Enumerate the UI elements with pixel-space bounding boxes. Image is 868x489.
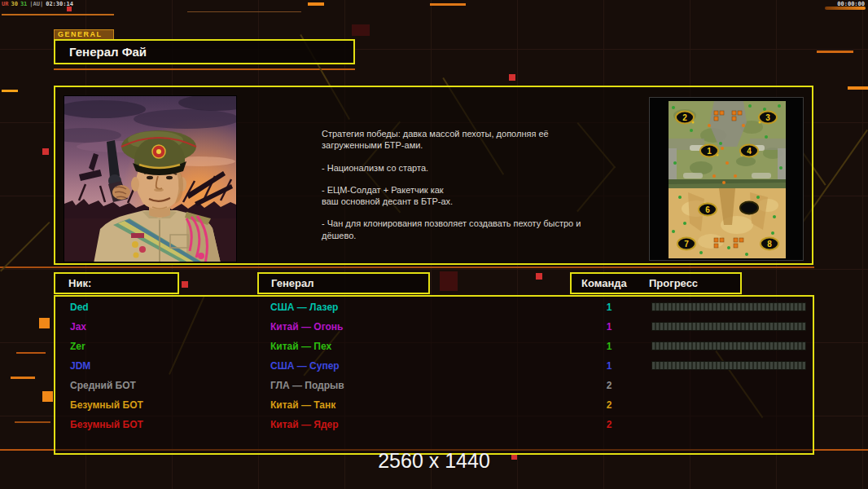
match-timer: 00:00:00	[837, 1, 865, 7]
decor-dark-red-block	[440, 271, 458, 291]
page-title: Генерал Фай	[55, 41, 353, 63]
briefing-paragraph: - Чан для клонирования позволяет создава…	[322, 218, 590, 241]
progress-bar	[651, 341, 806, 350]
map-terrain-image	[669, 101, 786, 258]
decor-red-square	[182, 281, 188, 288]
general-title-box: Генерал Фай	[54, 39, 355, 64]
decor-red-square	[509, 74, 515, 81]
progress-bar	[651, 361, 806, 370]
player-team: 1	[598, 297, 620, 317]
briefing-paragraph: Стратегия победы: давка массой пехоты, д…	[322, 128, 590, 152]
general-portrait	[64, 95, 237, 262]
table-row: Безумный БОТ Китай — Танк 2	[55, 395, 813, 415]
strategy-briefing: Стратегия победы: давка массой пехоты, д…	[322, 128, 590, 252]
map-start-marker: 2	[675, 111, 695, 125]
player-general: США — Супер	[270, 356, 482, 376]
decor-dash	[430, 3, 466, 6]
table-row: Ded США — Лазер 1	[55, 297, 813, 317]
player-nick: Zer	[70, 337, 249, 356]
decor-dash	[2, 90, 18, 92]
player-general: Китай — Огонь	[270, 317, 482, 337]
map-start-marker-blank	[739, 201, 759, 215]
player-general: Китай — Пех	[270, 337, 482, 356]
player-team: 1	[598, 317, 620, 337]
decor-dash	[817, 51, 853, 53]
player-team: 2	[598, 415, 620, 434]
player-general: США — Лазер	[270, 297, 482, 317]
map-terrain: 2 3 1 4 6 7 8	[669, 101, 786, 258]
decor-line	[187, 11, 301, 12]
status-segment: 02:30:14	[46, 1, 73, 7]
map-start-marker: 7	[677, 237, 696, 251]
decor-diagonal	[0, 222, 50, 272]
map-preview: 2 3 1 4 6 7 8	[649, 97, 804, 261]
status-segment: 30	[11, 1, 17, 7]
decor-dash	[848, 86, 868, 90]
player-team: 1	[598, 356, 620, 376]
player-nick: Безумный БОТ	[70, 395, 249, 415]
progress-bar	[651, 322, 806, 331]
decor-line	[54, 68, 355, 70]
general-portrait-image	[64, 96, 237, 262]
player-team: 2	[598, 376, 620, 395]
table-row: Jax Китай — Огонь 1	[55, 317, 813, 337]
decor-line	[11, 377, 35, 379]
map-start-marker: 8	[760, 237, 779, 251]
map-start-marker: 6	[698, 203, 717, 217]
map-start-marker: 1	[699, 144, 719, 158]
player-team: 1	[598, 337, 620, 356]
column-header-general-box: Генерал	[257, 272, 430, 294]
gentool-status-text: UR3031|AU|02:30:14	[2, 1, 76, 7]
player-general: Китай — Ядер	[270, 415, 482, 434]
column-header-general: Генерал	[271, 274, 313, 293]
decor-line	[15, 421, 50, 423]
player-team: 2	[598, 395, 620, 415]
player-nick: Ded	[70, 297, 249, 317]
decor-red-square	[42, 148, 49, 155]
player-general: Китай — Танк	[270, 395, 482, 415]
player-list-panel: Ded США — Лазер 1 Jax Китай — Огонь 1 Ze…	[54, 295, 814, 455]
decor-orange-square	[42, 391, 53, 402]
table-row: Безумный БОТ Китай — Ядер 2	[55, 415, 813, 434]
player-nick: Безумный БОТ	[70, 415, 249, 434]
decor-line	[16, 352, 46, 354]
status-segment: 31	[20, 1, 27, 7]
briefing-paragraph: - ЕЦМ-Солдат + Ракетчик как ваш основной…	[322, 184, 590, 208]
decor-line	[2, 14, 114, 15]
player-general: ГЛА — Подрыв	[270, 376, 482, 395]
map-start-marker: 3	[758, 111, 778, 125]
status-segment: |AU|	[29, 1, 43, 7]
status-segment: UR	[2, 1, 8, 7]
column-header-nick-box: Ник:	[54, 272, 179, 294]
decor-red-square	[536, 273, 542, 280]
column-header-team: Команда	[581, 274, 627, 293]
decor-dash	[308, 2, 324, 6]
table-row: JDM США — Супер 1	[55, 356, 813, 376]
player-nick: JDM	[70, 356, 249, 376]
player-nick: Jax	[70, 317, 249, 337]
decor-line	[0, 267, 814, 268]
table-row: Средний БОТ ГЛА — Подрыв 2	[55, 376, 813, 395]
map-start-marker: 4	[739, 144, 759, 158]
progress-bar	[651, 302, 806, 311]
column-header-progress: Прогресс	[649, 274, 698, 293]
decor-orange-square	[39, 318, 50, 328]
table-row: Zer Китай — Пех 1	[55, 337, 813, 356]
briefing-panel: Стратегия победы: давка массой пехоты, д…	[54, 86, 813, 265]
briefing-paragraph: - Национализм со старта.	[322, 162, 590, 174]
resolution-text: 2560 x 1440	[0, 449, 868, 473]
column-header-nick: Ник:	[68, 274, 91, 293]
decor-dark-red-block	[352, 24, 370, 36]
column-header-team-progress-box: Команда Прогресс	[570, 272, 742, 294]
player-nick: Средний БОТ	[70, 376, 249, 395]
